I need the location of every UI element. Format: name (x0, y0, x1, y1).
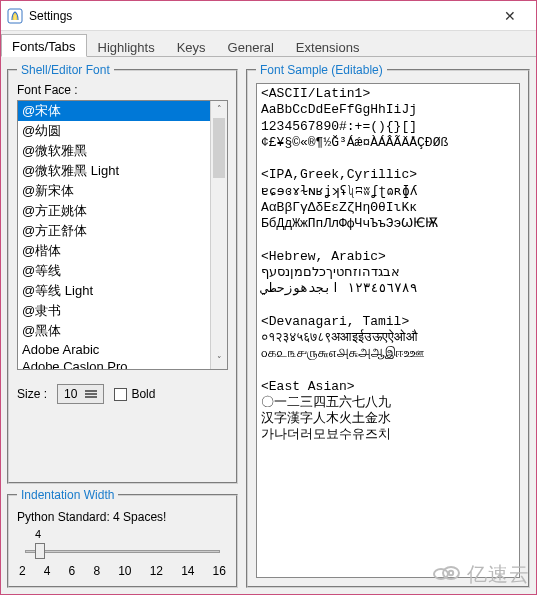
scale-tick-label: 12 (150, 564, 163, 578)
size-value: 10 (64, 387, 77, 401)
scroll-down-icon[interactable]: ˅ (211, 352, 227, 369)
cloud-icon (431, 562, 461, 588)
scale-tick-label: 10 (118, 564, 131, 578)
optionmenu-indicator-icon (85, 393, 97, 395)
scale-tick-label: 8 (93, 564, 100, 578)
font-face-option[interactable]: @微软雅黑 Light (18, 161, 210, 181)
size-optionmenu[interactable]: 10 (57, 384, 104, 404)
bold-checkbutton[interactable]: Bold (114, 387, 155, 401)
scale-tick-label: 14 (181, 564, 194, 578)
tab-extensions[interactable]: Extensions (285, 35, 371, 57)
scale-handle[interactable] (35, 543, 45, 559)
font-face-option[interactable]: @隶书 (18, 301, 210, 321)
font-face-label: Font Face : (17, 83, 228, 97)
tab-fonts-tabs[interactable]: Fonts/Tabs (1, 34, 87, 57)
indentation-width-legend: Indentation Width (17, 488, 118, 502)
font-sample-legend: Font Sample (Editable) (256, 63, 387, 77)
font-face-option[interactable]: @宋体 (18, 101, 210, 121)
font-face-option[interactable]: Adobe Caslon Pro (18, 358, 210, 369)
scale-track (25, 550, 220, 553)
scale-ticks: 246810121416 (17, 562, 228, 578)
scale-tick-label: 2 (19, 564, 26, 578)
font-face-option[interactable]: @新宋体 (18, 181, 210, 201)
titlebar: Settings ✕ (1, 1, 536, 31)
font-face-option[interactable]: @幼圆 (18, 121, 210, 141)
font-face-option[interactable]: @黑体 (18, 321, 210, 341)
shell-editor-font-group: Shell/Editor Font Font Face : @宋体@幼圆@微软雅… (7, 63, 238, 484)
indent-scale[interactable]: 4 246810121416 (17, 528, 228, 578)
font-face-option[interactable]: @方正舒体 (18, 221, 210, 241)
indent-standard-label: Python Standard: 4 Spaces! (17, 510, 228, 524)
shell-editor-font-legend: Shell/Editor Font (17, 63, 114, 77)
watermark-text: 亿速云 (467, 561, 530, 588)
size-label: Size : (17, 387, 47, 401)
font-face-option[interactable]: @等线 Light (18, 281, 210, 301)
indent-scale-value: 4 (17, 528, 228, 540)
scroll-up-icon[interactable]: ˄ (211, 101, 227, 118)
font-face-option[interactable]: @楷体 (18, 241, 210, 261)
font-face-listbox[interactable]: @宋体@幼圆@微软雅黑@微软雅黑 Light@新宋体@方正姚体@方正舒体@楷体@… (18, 101, 210, 369)
settings-window: Settings ✕ Fonts/Tabs Highlights Keys Ge… (0, 0, 537, 595)
font-face-option[interactable]: @微软雅黑 (18, 141, 210, 161)
font-sample-textarea[interactable]: <ASCII/Latin1> AaBbCcDdEeFfGgHhIiJj 1234… (256, 83, 520, 578)
font-face-option[interactable]: @方正姚体 (18, 201, 210, 221)
checkbox-icon (114, 388, 127, 401)
font-sample-group: Font Sample (Editable) <ASCII/Latin1> Aa… (246, 63, 530, 588)
svg-point-2 (443, 567, 459, 579)
watermark: 亿速云 (431, 561, 530, 588)
font-face-option[interactable]: Adobe Arabic (18, 341, 210, 358)
svg-point-3 (449, 570, 453, 574)
tab-highlights[interactable]: Highlights (87, 35, 166, 57)
scrollbar-thumb[interactable] (213, 118, 225, 178)
app-icon (7, 8, 23, 24)
indentation-width-group: Indentation Width Python Standard: 4 Spa… (7, 488, 238, 588)
font-face-scrollbar[interactable]: ˄ ˅ (210, 101, 227, 369)
close-button[interactable]: ✕ (490, 8, 530, 24)
tabpanel-fonts: Shell/Editor Font Font Face : @宋体@幼圆@微软雅… (1, 56, 536, 594)
bold-label: Bold (131, 387, 155, 401)
scale-tick-label: 6 (69, 564, 76, 578)
tab-bar: Fonts/Tabs Highlights Keys General Exten… (1, 31, 536, 56)
font-face-option[interactable]: @等线 (18, 261, 210, 281)
scrollbar-track[interactable] (211, 118, 227, 352)
scale-tick-label: 4 (44, 564, 51, 578)
tab-general[interactable]: General (217, 35, 285, 57)
scale-tick-label: 16 (213, 564, 226, 578)
window-title: Settings (29, 9, 490, 23)
tab-keys[interactable]: Keys (166, 35, 217, 57)
